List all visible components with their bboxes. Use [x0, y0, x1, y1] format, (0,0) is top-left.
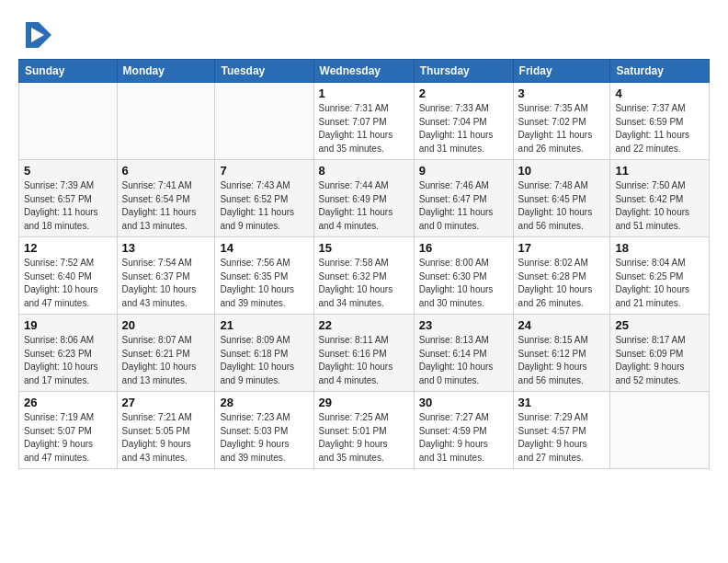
day-info: Sunrise: 7:29 AM Sunset: 4:57 PM Dayligh…	[518, 411, 606, 465]
day-number: 31	[518, 396, 606, 409]
day-number: 9	[419, 164, 508, 178]
calendar-cell: 13Sunrise: 7:54 AM Sunset: 6:37 PM Dayli…	[117, 237, 215, 315]
day-info: Sunrise: 7:43 AM Sunset: 6:52 PM Dayligh…	[220, 179, 308, 233]
day-number: 4	[615, 86, 704, 100]
calendar-cell: 17Sunrise: 8:02 AM Sunset: 6:28 PM Dayli…	[513, 237, 610, 315]
header	[18, 15, 710, 52]
day-number: 7	[220, 164, 308, 178]
calendar-cell: 30Sunrise: 7:27 AM Sunset: 4:59 PM Dayli…	[414, 392, 513, 469]
calendar-cell: 2Sunrise: 7:33 AM Sunset: 7:04 PM Daylig…	[414, 83, 513, 160]
calendar-cell: 24Sunrise: 8:15 AM Sunset: 6:12 PM Dayli…	[513, 315, 610, 392]
calendar-cell	[215, 83, 313, 160]
weekday-header-sunday: Sunday	[19, 60, 118, 83]
day-number: 26	[24, 396, 112, 409]
weekday-header-monday: Monday	[117, 60, 215, 83]
calendar-cell: 25Sunrise: 8:17 AM Sunset: 6:09 PM Dayli…	[610, 315, 710, 392]
day-number: 30	[419, 396, 508, 409]
day-info: Sunrise: 8:15 AM Sunset: 6:12 PM Dayligh…	[518, 334, 606, 387]
day-info: Sunrise: 8:13 AM Sunset: 6:14 PM Dayligh…	[419, 334, 508, 387]
page-container: SundayMondayTuesdayWednesdayThursdayFrid…	[0, 0, 728, 478]
calendar-cell: 7Sunrise: 7:43 AM Sunset: 6:52 PM Daylig…	[215, 160, 313, 237]
day-number: 25	[615, 318, 704, 332]
day-number: 6	[122, 164, 210, 178]
calendar-week-row: 19Sunrise: 8:06 AM Sunset: 6:23 PM Dayli…	[19, 315, 710, 392]
day-number: 16	[419, 241, 508, 255]
day-info: Sunrise: 7:39 AM Sunset: 6:57 PM Dayligh…	[24, 179, 112, 233]
day-number: 1	[319, 86, 409, 100]
day-number: 29	[319, 396, 409, 409]
day-info: Sunrise: 8:00 AM Sunset: 6:30 PM Dayligh…	[419, 257, 508, 310]
day-number: 20	[122, 318, 210, 332]
day-number: 14	[220, 241, 308, 255]
calendar-cell: 20Sunrise: 8:07 AM Sunset: 6:21 PM Dayli…	[117, 315, 215, 392]
day-number: 3	[518, 86, 606, 100]
day-info: Sunrise: 7:31 AM Sunset: 7:07 PM Dayligh…	[319, 102, 409, 155]
calendar-cell: 16Sunrise: 8:00 AM Sunset: 6:30 PM Dayli…	[414, 237, 513, 315]
day-info: Sunrise: 7:23 AM Sunset: 5:03 PM Dayligh…	[220, 411, 308, 465]
day-info: Sunrise: 7:50 AM Sunset: 6:42 PM Dayligh…	[615, 179, 704, 233]
calendar-cell	[610, 392, 710, 469]
calendar-cell	[19, 83, 118, 160]
calendar-cell: 21Sunrise: 8:09 AM Sunset: 6:18 PM Dayli…	[215, 315, 313, 392]
calendar-week-row: 26Sunrise: 7:19 AM Sunset: 5:07 PM Dayli…	[19, 392, 710, 469]
calendar-cell: 14Sunrise: 7:56 AM Sunset: 6:35 PM Dayli…	[215, 237, 313, 315]
calendar-cell: 22Sunrise: 8:11 AM Sunset: 6:16 PM Dayli…	[313, 315, 414, 392]
day-number: 24	[518, 318, 606, 332]
day-info: Sunrise: 7:19 AM Sunset: 5:07 PM Dayligh…	[24, 411, 112, 465]
calendar-cell: 18Sunrise: 8:04 AM Sunset: 6:25 PM Dayli…	[610, 237, 710, 315]
day-number: 12	[24, 241, 112, 255]
calendar-body: 1Sunrise: 7:31 AM Sunset: 7:07 PM Daylig…	[19, 83, 710, 469]
day-info: Sunrise: 7:54 AM Sunset: 6:37 PM Dayligh…	[122, 257, 210, 310]
calendar-cell: 9Sunrise: 7:46 AM Sunset: 6:47 PM Daylig…	[414, 160, 513, 237]
day-info: Sunrise: 7:52 AM Sunset: 6:40 PM Dayligh…	[24, 257, 112, 310]
calendar-cell: 28Sunrise: 7:23 AM Sunset: 5:03 PM Dayli…	[215, 392, 313, 469]
calendar-cell: 31Sunrise: 7:29 AM Sunset: 4:57 PM Dayli…	[513, 392, 610, 469]
calendar-cell: 15Sunrise: 7:58 AM Sunset: 6:32 PM Dayli…	[313, 237, 414, 315]
weekday-header-tuesday: Tuesday	[215, 60, 313, 83]
calendar-cell: 19Sunrise: 8:06 AM Sunset: 6:23 PM Dayli…	[19, 315, 118, 392]
day-info: Sunrise: 8:09 AM Sunset: 6:18 PM Dayligh…	[220, 334, 308, 387]
day-number: 11	[615, 164, 704, 178]
calendar-cell: 27Sunrise: 7:21 AM Sunset: 5:05 PM Dayli…	[117, 392, 215, 469]
calendar-table: SundayMondayTuesdayWednesdayThursdayFrid…	[18, 59, 710, 469]
day-info: Sunrise: 7:44 AM Sunset: 6:49 PM Dayligh…	[319, 179, 409, 233]
day-number: 17	[518, 241, 606, 255]
day-number: 22	[319, 318, 409, 332]
day-number: 28	[220, 396, 308, 409]
day-info: Sunrise: 7:27 AM Sunset: 4:59 PM Dayligh…	[419, 411, 508, 465]
day-info: Sunrise: 7:48 AM Sunset: 6:45 PM Dayligh…	[518, 179, 606, 233]
calendar-week-row: 12Sunrise: 7:52 AM Sunset: 6:40 PM Dayli…	[19, 237, 710, 315]
day-info: Sunrise: 7:35 AM Sunset: 7:02 PM Dayligh…	[518, 102, 606, 155]
day-info: Sunrise: 7:37 AM Sunset: 6:59 PM Dayligh…	[615, 102, 704, 155]
day-number: 8	[319, 164, 409, 178]
day-info: Sunrise: 8:11 AM Sunset: 6:16 PM Dayligh…	[319, 334, 409, 387]
logo-icon	[18, 18, 51, 52]
weekday-header-thursday: Thursday	[414, 60, 513, 83]
calendar-cell: 8Sunrise: 7:44 AM Sunset: 6:49 PM Daylig…	[313, 160, 414, 237]
day-number: 13	[122, 241, 210, 255]
day-info: Sunrise: 7:58 AM Sunset: 6:32 PM Dayligh…	[319, 257, 409, 310]
day-info: Sunrise: 7:25 AM Sunset: 5:01 PM Dayligh…	[319, 411, 409, 465]
logo	[18, 18, 55, 52]
calendar-cell: 26Sunrise: 7:19 AM Sunset: 5:07 PM Dayli…	[19, 392, 118, 469]
calendar-cell	[117, 83, 215, 160]
calendar-cell: 29Sunrise: 7:25 AM Sunset: 5:01 PM Dayli…	[313, 392, 414, 469]
day-number: 5	[24, 164, 112, 178]
day-info: Sunrise: 8:06 AM Sunset: 6:23 PM Dayligh…	[24, 334, 112, 387]
calendar-cell: 4Sunrise: 7:37 AM Sunset: 6:59 PM Daylig…	[610, 83, 710, 160]
weekday-header-saturday: Saturday	[610, 60, 710, 83]
day-info: Sunrise: 7:56 AM Sunset: 6:35 PM Dayligh…	[220, 257, 308, 310]
calendar-week-row: 1Sunrise: 7:31 AM Sunset: 7:07 PM Daylig…	[19, 83, 710, 160]
day-number: 2	[419, 86, 508, 100]
day-info: Sunrise: 7:41 AM Sunset: 6:54 PM Dayligh…	[122, 179, 210, 233]
day-info: Sunrise: 7:33 AM Sunset: 7:04 PM Dayligh…	[419, 102, 508, 155]
day-info: Sunrise: 8:02 AM Sunset: 6:28 PM Dayligh…	[518, 257, 606, 310]
day-info: Sunrise: 8:04 AM Sunset: 6:25 PM Dayligh…	[615, 257, 704, 310]
day-number: 21	[220, 318, 308, 332]
day-number: 10	[518, 164, 606, 178]
day-number: 19	[24, 318, 112, 332]
calendar-cell: 6Sunrise: 7:41 AM Sunset: 6:54 PM Daylig…	[117, 160, 215, 237]
day-info: Sunrise: 8:07 AM Sunset: 6:21 PM Dayligh…	[122, 334, 210, 387]
day-number: 15	[319, 241, 409, 255]
calendar-cell: 5Sunrise: 7:39 AM Sunset: 6:57 PM Daylig…	[19, 160, 118, 237]
